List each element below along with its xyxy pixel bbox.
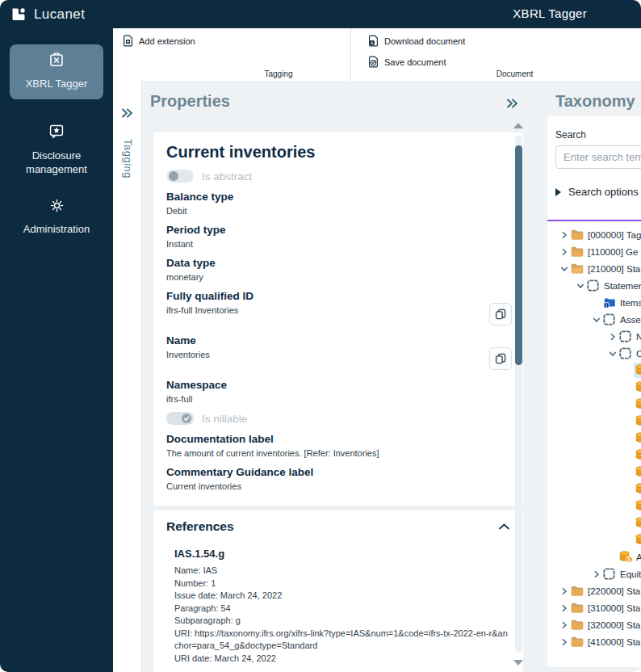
tree-row[interactable]: [320000] Sta (555, 616, 641, 633)
property-field: Commentary Guidance label Current invent… (166, 466, 510, 492)
tree-row[interactable]: Equit (555, 565, 641, 582)
search-input[interactable] (555, 145, 641, 169)
tree-row[interactable]: $ (555, 531, 641, 548)
search-options-expander[interactable]: Search options (555, 186, 641, 198)
copy-button[interactable] (489, 347, 512, 370)
tree-row[interactable]: N (555, 328, 641, 345)
property-label: Documentation label (166, 433, 510, 445)
add-extension-button[interactable]: Add extension (123, 35, 195, 47)
is-nillable-toggle-row: Is nillable (166, 412, 510, 425)
collapse-properties-button[interactable] (505, 98, 518, 112)
copy-button[interactable] (489, 303, 512, 326)
tree-row[interactable]: $ (555, 498, 641, 514)
is-abstract-toggle-row: Is abstract (166, 170, 510, 183)
tagging-tab-label[interactable]: Tagging (122, 139, 134, 178)
download-document-button[interactable]: Download document (368, 35, 465, 47)
tree-node-label: [320000] Sta (588, 620, 640, 630)
toolbar-button-label: Add extension (139, 36, 195, 46)
top-bar: Lucanet XBRL Tagger (0, 0, 641, 28)
download-document-icon (368, 35, 379, 47)
lucanet-logo-icon (10, 6, 27, 23)
folder-icon (571, 263, 584, 274)
tree-row[interactable]: $ (555, 464, 641, 481)
tree-row[interactable]: $ (555, 379, 641, 396)
folder-icon (571, 603, 584, 613)
reference-title: IAS.1.54.g (174, 548, 510, 560)
scroll-down-arrow[interactable] (513, 660, 523, 666)
tree-row[interactable]: [310000] Sta (555, 599, 641, 616)
monetary-item-icon: $ (635, 415, 641, 427)
reference-detail-line: Number: 1 (174, 578, 510, 590)
tree-row[interactable]: [210000] Sta (555, 260, 641, 277)
property-value: ifrs-full Inventories (166, 304, 510, 316)
property-label: Balance type (166, 191, 510, 203)
tree-node-label: [210000] Sta (588, 264, 640, 274)
sidebar-item-xbrl-tagger[interactable]: XBRL Tagger (10, 44, 103, 99)
lucanet-logo: Lucanet (10, 6, 85, 23)
property-label: Fully qualified ID (166, 290, 510, 302)
tree-row[interactable]: $ (555, 447, 641, 464)
is-abstract-toggle[interactable] (166, 170, 194, 183)
scrollbar-track[interactable] (515, 136, 522, 653)
disclosure-management-icon (48, 124, 65, 140)
property-label: Namespace (166, 379, 510, 391)
folder-icon (571, 636, 584, 647)
monetary-item-icon: $ (635, 364, 641, 376)
tree-row[interactable]: i Items (555, 294, 641, 311)
tree-row[interactable]: $ A (555, 548, 641, 565)
save-document-icon (368, 56, 379, 68)
monetary-item-icon: $ (635, 449, 641, 461)
concept-title: Current inventories (166, 143, 510, 162)
reference-item: IAS.1.54.g Name: IASNumber: 1Issue date:… (166, 548, 510, 665)
reference-detail-line: URI date: March 24, 2022 (174, 653, 510, 666)
sidebar-item-administration[interactable]: Administration (0, 198, 113, 237)
tree-row[interactable]: [410000] Sta (555, 633, 641, 650)
scroll-up-arrow[interactable] (513, 123, 523, 128)
property-field: Fully qualified ID ifrs-full Inventories (166, 290, 510, 316)
tree-row[interactable]: $ (555, 413, 641, 430)
tree-node-label: Statemen (604, 281, 641, 291)
reference-detail-line: Name: IAS (174, 565, 510, 578)
tree-row[interactable]: [110000] Ge (555, 243, 641, 260)
folder-icon (571, 586, 584, 596)
references-card: References IAS.1.54.g Name: IASNumber: 1… (153, 510, 523, 672)
properties-panel-title: Properties (150, 92, 230, 111)
collapse-references-chevron-icon[interactable] (498, 519, 510, 534)
folder-icon (571, 620, 584, 630)
toolbar-group-label: Tagging (113, 69, 350, 78)
property-value: Current inventories (166, 481, 510, 492)
tree-row[interactable]: Statemen (555, 277, 641, 294)
scrollbar-thumb[interactable] (515, 145, 522, 365)
taxonomy-tree: [000000] Tag [110000] Ge [210000] Sta St… (555, 226, 641, 650)
sidebar-item-disclosure-management[interactable]: Disclosure management (0, 124, 113, 177)
tree-row[interactable]: $ (555, 514, 641, 531)
folder-icon (571, 229, 584, 240)
is-nillable-toggle[interactable] (166, 412, 194, 425)
taxonomy-panel: Taxonomy Search Search options [000000] … (543, 81, 641, 672)
tree-row[interactable]: Asse (555, 311, 641, 328)
collapsed-tagging-panel: Tagging (113, 81, 142, 672)
tree-node-label: [410000] Sta (588, 637, 640, 647)
copy-icon (495, 353, 506, 364)
tree-row[interactable]: $ (555, 396, 641, 413)
save-document-button[interactable]: Save document (368, 56, 446, 68)
expand-panel-button[interactable] (120, 107, 133, 122)
svg-text:$: $ (628, 556, 631, 563)
property-value: Inventories (166, 349, 510, 360)
tree-row[interactable]: $ (555, 362, 641, 379)
property-value: ifrs-full (166, 393, 510, 405)
toolbar-group-tagging: Add extension Tagging (113, 28, 350, 81)
property-value: Debit (166, 205, 510, 216)
tree-row[interactable]: [220000] Sta (555, 582, 641, 599)
abstract-item-icon (603, 568, 615, 580)
tree-row[interactable]: [000000] Tag (555, 226, 641, 243)
monetary-item-icon: $ (635, 466, 641, 478)
search-label: Search (555, 129, 641, 141)
tree-node-label: Asse (620, 315, 641, 325)
property-field: Documentation label The amount of curren… (166, 433, 510, 459)
property-label: Period type (166, 224, 510, 236)
tree-row[interactable]: $ (555, 481, 641, 498)
tree-row[interactable]: C (555, 345, 641, 362)
tree-row[interactable]: $ (555, 430, 641, 447)
tree-node-label: Equit (620, 569, 641, 579)
